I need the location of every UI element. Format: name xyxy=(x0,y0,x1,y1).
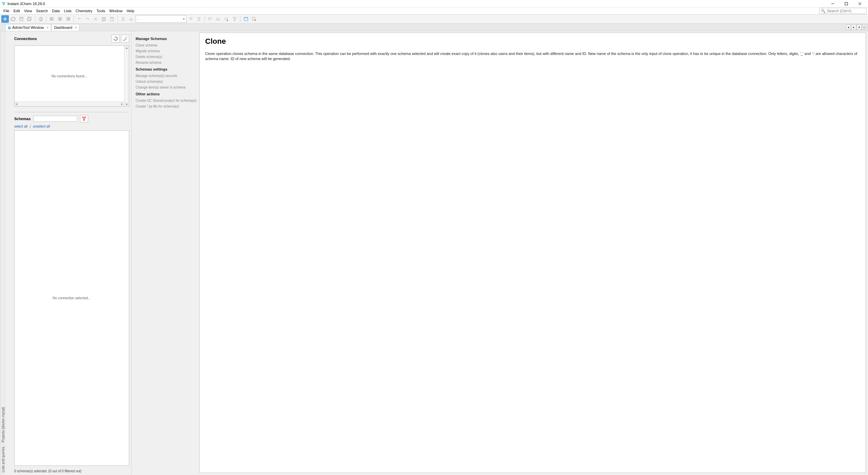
svg-rect-14 xyxy=(27,18,31,21)
sort-asc-button[interactable] xyxy=(206,15,214,23)
print-button[interactable] xyxy=(37,15,44,23)
group-other-actions: Other actions xyxy=(136,92,197,96)
menu-chemistry[interactable]: Chemistry xyxy=(74,8,95,14)
filter-button[interactable] xyxy=(231,15,238,23)
window-title: Instant JChem 18.28.0 xyxy=(7,2,826,6)
schema-select-links: select all | unselect all xyxy=(14,125,129,128)
svg-rect-18 xyxy=(40,20,42,21)
svg-rect-13 xyxy=(20,17,22,19)
divider xyxy=(14,112,129,112)
tab-dropdown[interactable]: ▾ xyxy=(856,24,862,30)
group-schemas-settings: Schemas settings xyxy=(136,67,197,71)
action-rename-schema[interactable]: Rename schema xyxy=(136,61,197,64)
group-manage-schemas: Manage Schemas xyxy=(136,37,197,41)
redo-button[interactable] xyxy=(84,15,91,23)
menu-window[interactable]: Window xyxy=(107,8,124,14)
scroll-right-icon[interactable]: ▸ xyxy=(120,102,124,106)
refresh-connections-button[interactable] xyxy=(112,35,120,43)
tab-scroll-right[interactable]: ▸ xyxy=(851,24,856,30)
window-remove-button[interactable] xyxy=(250,15,258,23)
align-right-button[interactable] xyxy=(64,15,72,23)
record-selector[interactable]: - ▾ xyxy=(136,15,186,23)
maximize-button[interactable] xyxy=(840,0,853,7)
close-button[interactable] xyxy=(853,0,867,7)
new-button[interactable] xyxy=(1,15,9,23)
chevron-down-icon: ▾ xyxy=(183,17,185,21)
tab-strip: ▦ AdminTool Window × Dashboard × ◂ ▸ ▾ ▢ xyxy=(0,24,868,31)
schemas-title: Schemas xyxy=(14,117,31,121)
copy-button[interactable] xyxy=(100,15,107,23)
svg-rect-16 xyxy=(39,18,42,20)
save-button[interactable] xyxy=(18,15,25,23)
toolbar: - ▾ xyxy=(0,14,868,24)
sort-desc-button[interactable] xyxy=(215,15,222,23)
schema-filter-button[interactable] xyxy=(80,115,88,122)
content-body: Clone operation clones schema in the sam… xyxy=(205,51,860,62)
tab-scroll-left[interactable]: ◂ xyxy=(846,24,851,30)
paste-button[interactable] xyxy=(108,15,116,23)
close-icon[interactable]: × xyxy=(47,26,49,30)
action-manage-security[interactable]: Manage schema(s) security xyxy=(136,74,197,78)
undo-button[interactable] xyxy=(76,15,83,23)
tab-label: Dashboard xyxy=(54,25,72,30)
schemas-empty-text: No connection selected... xyxy=(53,296,91,300)
align-center-button[interactable] xyxy=(56,15,64,23)
menu-lists[interactable]: Lists xyxy=(62,8,74,14)
tab-label: AdminTool Window xyxy=(12,25,44,30)
menu-data[interactable]: Data xyxy=(50,8,62,14)
menu-help[interactable]: Help xyxy=(124,8,136,14)
admin-panel: Connections No connections found... ▴ ▾ xyxy=(6,31,132,475)
action-change-owner[interactable]: Change item(s) owner in schema xyxy=(136,86,197,89)
action-delete-schemas[interactable]: Delete schema(s) xyxy=(136,55,197,59)
tab-dashboard[interactable]: Dashboard × xyxy=(52,24,79,31)
menu-view[interactable]: View xyxy=(22,8,34,14)
delete-button[interactable] xyxy=(92,15,99,23)
sidebar-rail-projects[interactable]: Lists and queriesProjects [docker-mysql] xyxy=(0,31,6,475)
title-bar: Instant JChem 18.28.0 xyxy=(0,0,868,7)
global-search-box[interactable]: 🔍 xyxy=(819,8,867,14)
tab-admintool[interactable]: ▦ AdminTool Window × xyxy=(5,24,51,31)
menu-edit[interactable]: Edit xyxy=(12,8,22,14)
scrollbar-vertical[interactable]: ▴ ▾ xyxy=(124,46,129,106)
connections-title: Connections xyxy=(14,37,110,41)
schema-filter-input[interactable] xyxy=(33,116,77,122)
svg-rect-15 xyxy=(28,17,31,20)
action-create-ijs-file[interactable]: Create *.ijs file for schema(s) xyxy=(136,104,197,108)
global-search-input[interactable] xyxy=(827,9,865,13)
app-icon xyxy=(1,1,6,6)
open-button[interactable] xyxy=(9,15,17,23)
record-selector-value: - xyxy=(137,17,139,21)
align-left-button[interactable] xyxy=(48,15,56,23)
schemas-list[interactable]: No connection selected... xyxy=(14,130,129,466)
goto-next-button[interactable] xyxy=(187,15,195,23)
action-unlock-schemas[interactable]: Unlock schema(s) xyxy=(136,80,197,83)
remove-sort-button[interactable] xyxy=(223,15,230,23)
connections-list[interactable]: No connections found... ▴ ▾ ◂ ▸ xyxy=(14,45,129,107)
tab-maximize[interactable]: ▢ xyxy=(862,24,867,30)
add-connection-button[interactable] xyxy=(121,35,129,43)
action-create-ijc-shared[interactable]: Create IJC Shared project for schema(s) xyxy=(136,99,197,102)
admintool-tab-icon: ▦ xyxy=(8,26,11,30)
select-all-link[interactable]: select all xyxy=(14,125,27,128)
scroll-left-icon[interactable]: ◂ xyxy=(15,102,19,106)
menu-file[interactable]: File xyxy=(1,8,12,14)
content-heading: Clone xyxy=(205,37,860,46)
goto-prev-button[interactable] xyxy=(127,15,135,23)
goto-last-button[interactable] xyxy=(195,15,203,23)
unselect-all-link[interactable]: unselect all xyxy=(33,125,50,128)
scroll-down-icon[interactable]: ▾ xyxy=(124,102,129,106)
action-clone-schema[interactable]: Clone schema xyxy=(136,43,197,47)
minimize-button[interactable] xyxy=(826,0,840,7)
window-button[interactable] xyxy=(242,15,250,23)
action-migrate-schema[interactable]: Migrate schema xyxy=(136,49,197,53)
scroll-up-icon[interactable]: ▴ xyxy=(124,46,129,50)
close-icon[interactable]: × xyxy=(75,26,77,30)
scrollbar-horizontal[interactable]: ◂ ▸ xyxy=(15,101,124,106)
menu-search[interactable]: Search xyxy=(34,8,50,14)
goto-first-button[interactable] xyxy=(119,15,127,23)
menu-bar: File Edit View Search Data Lists Chemist… xyxy=(0,7,868,14)
menu-tools[interactable]: Tools xyxy=(95,8,107,14)
save-all-button[interactable] xyxy=(26,15,33,23)
content-pane: Clone Clone operation clones schema in t… xyxy=(199,31,868,475)
action-list: Manage Schemas Clone schema Migrate sche… xyxy=(132,31,199,475)
